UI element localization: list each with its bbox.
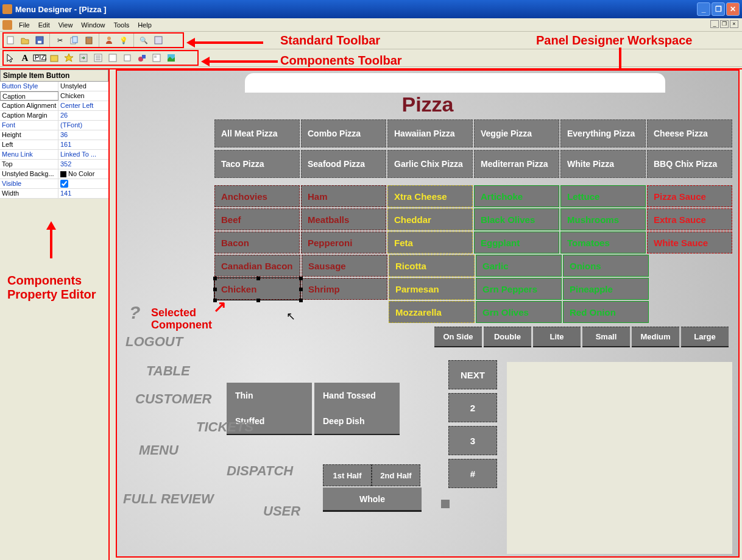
small-box[interactable] — [441, 500, 450, 508]
checkbox-icon[interactable] — [121, 51, 134, 65]
maximize-button[interactable]: ❐ — [712, 2, 725, 16]
ingredient-button[interactable]: Grn Olives — [476, 301, 562, 323]
pizza-button[interactable]: Taco Pizza — [214, 150, 300, 178]
ingredient-button[interactable]: Pepperoni — [301, 232, 386, 253]
pos-nav-tickets[interactable]: TICKETS — [196, 419, 253, 435]
shape-icon[interactable] — [135, 51, 149, 65]
property-row[interactable]: Width141 — [0, 189, 108, 199]
ingredient-button[interactable]: Ham — [301, 185, 386, 207]
user-icon[interactable] — [102, 34, 116, 47]
modifier-button[interactable]: Large — [681, 327, 729, 347]
ingredient-button[interactable]: Onions — [563, 255, 649, 277]
property-row[interactable]: Font(TFont) — [0, 121, 108, 130]
panel-icon[interactable] — [106, 51, 119, 65]
pizza-button[interactable]: White Pizza — [560, 150, 646, 178]
text-icon[interactable]: A — [18, 51, 32, 65]
property-row[interactable]: Button StyleUnstyled — [0, 82, 108, 91]
pizza-button[interactable]: Veggie Pizza — [474, 119, 559, 147]
designer-workspace[interactable]: Pizza All Meat PizzaCombo PizzaHawaiian … — [116, 69, 740, 558]
ingredient-button[interactable]: Ricotta — [389, 255, 475, 277]
pos-nav-user[interactable]: USER — [263, 503, 300, 519]
pizza-button-icon[interactable]: PIZZA — [33, 51, 46, 65]
menu-window[interactable]: Window — [77, 20, 109, 30]
qty-button[interactable]: 3 — [448, 426, 497, 455]
ingredient-button[interactable]: Black Olives — [474, 208, 559, 230]
qty-button[interactable]: 2 — [448, 393, 497, 422]
pos-nav-logout[interactable]: LOGOUT — [125, 334, 183, 350]
modifier-button[interactable]: Small — [582, 327, 630, 347]
bulb-icon[interactable]: 💡 — [117, 34, 130, 47]
modifier-button[interactable]: On Side — [434, 327, 482, 347]
pizza-button[interactable]: Seafood Pizza — [301, 150, 386, 178]
ingredient-button[interactable]: Mushrooms — [560, 208, 646, 230]
qty-button[interactable]: # — [448, 459, 497, 488]
ingredient-button[interactable]: Grn Peppers — [476, 278, 562, 300]
ingredient-button[interactable]: Cheddar — [387, 208, 473, 230]
property-row[interactable]: Caption AlignmentCenter Left — [0, 101, 108, 111]
paste-icon[interactable] — [82, 34, 96, 47]
crust-button[interactable]: Hand Tossed — [314, 383, 400, 409]
ingredient-button[interactable]: Meatballs — [301, 208, 386, 230]
menu-edit[interactable]: Edit — [34, 20, 54, 30]
frame-icon[interactable] — [150, 51, 163, 65]
pos-nav-dispatch[interactable]: DISPATCH — [227, 463, 293, 479]
whole-button[interactable]: Whole — [323, 487, 422, 512]
half-button[interactable]: 1st Half — [323, 464, 372, 486]
menu-view[interactable]: View — [54, 20, 77, 30]
mdi-restore-button[interactable]: ❐ — [720, 20, 729, 28]
property-grid[interactable]: Button StyleUnstyledCaptionChickenCaptio… — [0, 82, 108, 199]
save-icon[interactable] — [33, 34, 46, 47]
crust-button[interactable]: Deep Dish — [314, 408, 400, 435]
component-icon-1[interactable] — [48, 51, 61, 65]
new-file-icon[interactable] — [4, 34, 17, 47]
pos-nav-?[interactable]: ? — [129, 302, 140, 323]
ingredient-button[interactable]: White Sauce — [647, 232, 732, 253]
arrow-right-icon[interactable] — [77, 51, 90, 65]
ingredient-button[interactable]: Parmesan — [389, 278, 475, 300]
menu-help[interactable]: Help — [133, 20, 156, 30]
ingredient-button[interactable]: Chicken — [214, 278, 300, 300]
modifier-button[interactable]: Double — [484, 327, 531, 347]
half-button[interactable]: 2nd Half — [372, 464, 420, 486]
property-row[interactable]: Left161 — [0, 140, 108, 150]
property-row[interactable]: Visible — [0, 179, 108, 189]
property-row[interactable]: Menu LinkLinked To ... — [0, 150, 108, 160]
menu-file[interactable]: File — [15, 20, 34, 30]
pizza-button[interactable]: Cheese Pizza — [647, 119, 732, 147]
ingredient-button[interactable]: Mozzarella — [389, 301, 475, 323]
form-icon[interactable] — [152, 34, 165, 47]
property-row[interactable]: Top352 — [0, 160, 108, 169]
ingredient-button[interactable]: Canadian Bacon — [214, 255, 300, 277]
ingredient-button[interactable]: Pineapple — [563, 278, 649, 300]
pizza-button[interactable]: Mediterran Pizza — [474, 150, 559, 178]
ingredient-button[interactable]: Pizza Sauce — [647, 185, 732, 207]
ingredient-button[interactable]: Xtra Cheese — [387, 185, 473, 207]
mdi-close-button[interactable]: × — [730, 20, 738, 28]
pizza-button[interactable]: All Meat Pizza — [214, 119, 300, 147]
ingredient-button[interactable]: Feta — [387, 232, 473, 253]
property-row[interactable]: Unstyled Backg...No Color — [0, 169, 108, 179]
ingredient-button[interactable]: Anchovies — [214, 185, 300, 207]
pizza-button[interactable]: Everything Pizza — [560, 119, 646, 147]
ingredient-button[interactable]: Beef — [214, 208, 300, 230]
zoom-icon[interactable]: 🔍 — [137, 34, 150, 47]
ingredient-button[interactable]: Tomatoes — [560, 232, 646, 253]
list-icon[interactable] — [91, 51, 105, 65]
pizza-button[interactable]: Combo Pizza — [301, 119, 386, 147]
pos-nav-full-review[interactable]: FULL REVIEW — [123, 491, 214, 507]
image-icon[interactable] — [164, 51, 178, 65]
property-row[interactable]: Caption Margin26 — [0, 111, 108, 121]
close-button[interactable]: ✕ — [726, 2, 740, 16]
cut-icon[interactable]: ✂ — [53, 34, 66, 47]
star-icon[interactable] — [62, 51, 76, 65]
ingredient-button[interactable]: Red Onion — [563, 301, 649, 323]
ingredient-button[interactable]: Artichoke — [474, 185, 559, 207]
pizza-button[interactable]: BBQ Chix Pizza — [647, 150, 732, 178]
ingredient-button[interactable]: Garlic — [476, 255, 562, 277]
minimize-button[interactable]: _ — [697, 2, 710, 16]
pos-nav-customer[interactable]: CUSTOMER — [135, 391, 212, 407]
mdi-minimize-button[interactable]: _ — [710, 20, 719, 28]
pizza-button[interactable]: Hawaiian Pizza — [387, 119, 473, 147]
modifier-button[interactable]: Medium — [632, 327, 679, 347]
pos-nav-menu[interactable]: MENU — [139, 442, 178, 458]
